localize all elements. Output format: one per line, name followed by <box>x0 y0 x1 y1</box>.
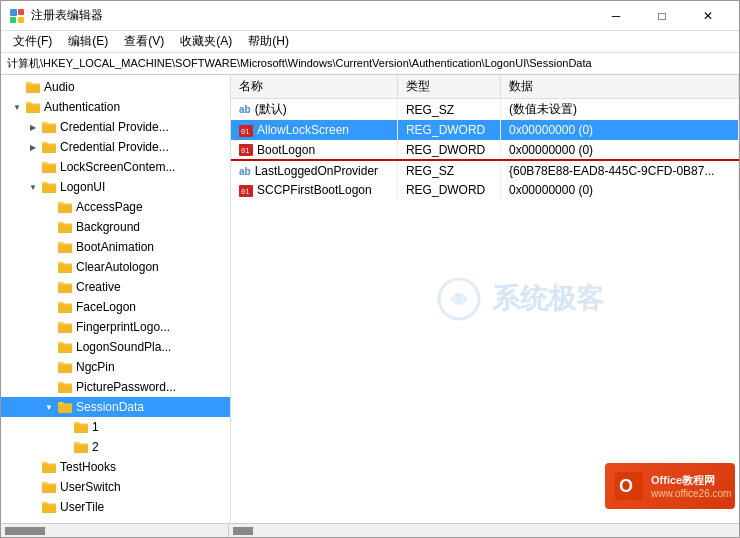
reg-sz-icon: ab <box>239 104 251 115</box>
tree-panel-wrapper: Audio ▼ Authentication ▶ <box>1 75 231 523</box>
tree-item-logonui[interactable]: ▼ LogonUI <box>1 177 230 197</box>
tree-item-userswitch[interactable]: UserSwitch <box>1 477 230 497</box>
table-row[interactable]: 01 SCCPFirstBootLogon REG_DWORD 0x000000… <box>231 180 739 200</box>
tree-item-creative[interactable]: Creative <box>1 277 230 297</box>
svg-text:O: O <box>619 476 633 496</box>
tree-label-userswitch: UserSwitch <box>60 480 121 494</box>
tree-label-background: Background <box>76 220 140 234</box>
tree-panel[interactable]: Audio ▼ Authentication ▶ <box>1 75 231 519</box>
tree-item-sd1[interactable]: 1 <box>1 417 230 437</box>
tree-label-credential1: Credential Provide... <box>60 120 169 134</box>
tree-item-audio[interactable]: Audio <box>1 77 230 97</box>
svg-rect-0 <box>10 9 17 16</box>
expander-credential2[interactable]: ▶ <box>25 143 41 152</box>
table-header-row: 名称 类型 数据 <box>231 75 739 99</box>
menu-help[interactable]: 帮助(H) <box>240 31 297 52</box>
tree-label-testhooks: TestHooks <box>60 460 116 474</box>
tree-label-authentication: Authentication <box>44 100 120 114</box>
cell-data: (数值未设置) <box>501 99 739 121</box>
col-type[interactable]: 类型 <box>397 75 500 99</box>
reg-dword-icon: 01 <box>239 125 253 137</box>
folder-icon-usertile <box>41 500 57 514</box>
tree-item-logonsound[interactable]: LogonSoundPla... <box>1 337 230 357</box>
col-name[interactable]: 名称 <box>231 75 397 99</box>
col-data[interactable]: 数据 <box>501 75 739 99</box>
tree-item-sessiondata[interactable]: ▼ SessionData <box>1 397 230 417</box>
tree-item-authentication[interactable]: ▼ Authentication <box>1 97 230 117</box>
table-row[interactable]: abLastLoggedOnProvider REG_SZ {60B78E88-… <box>231 160 739 180</box>
svg-rect-2 <box>10 17 16 23</box>
tree-item-bootanim[interactable]: BootAnimation <box>1 237 230 257</box>
tree-item-sd2[interactable]: 2 <box>1 437 230 457</box>
expander-authentication[interactable]: ▼ <box>9 103 25 112</box>
tree-item-ngcpin[interactable]: NgcPin <box>1 357 230 377</box>
cell-data: 0x00000000 (0) <box>501 180 739 200</box>
cell-name: 01 SCCPFirstBootLogon <box>231 180 397 200</box>
tree-item-credential2[interactable]: ▶ Credential Provide... <box>1 137 230 157</box>
tree-label-credential2: Credential Provide... <box>60 140 169 154</box>
title-bar: 注册表编辑器 ─ □ ✕ <box>1 1 739 31</box>
table-row[interactable]: 01 BootLogon REG_DWORD 0x00000000 (0) <box>231 140 739 160</box>
reg-dword-icon2: 01 <box>239 144 253 156</box>
menu-bar: 文件(F) 编辑(E) 查看(V) 收藏夹(A) 帮助(H) <box>1 31 739 53</box>
tree-item-testhooks[interactable]: TestHooks <box>1 457 230 477</box>
menu-edit[interactable]: 编辑(E) <box>60 31 116 52</box>
window-title: 注册表编辑器 <box>31 7 593 24</box>
svg-rect-3 <box>18 17 24 23</box>
tree-item-clearauto[interactable]: ClearAutologon <box>1 257 230 277</box>
folder-icon-credential1 <box>41 120 57 134</box>
folder-icon-fingerprint <box>57 320 73 334</box>
main-content: Audio ▼ Authentication ▶ <box>1 75 739 523</box>
tree-label-logonsound: LogonSoundPla... <box>76 340 171 354</box>
menu-view[interactable]: 查看(V) <box>116 31 172 52</box>
folder-icon-bootanim <box>57 240 73 254</box>
tree-label-accesspage: AccessPage <box>76 200 143 214</box>
close-button[interactable]: ✕ <box>685 1 731 31</box>
expander-credential1[interactable]: ▶ <box>25 123 41 132</box>
office-line2: www.office26.com <box>651 488 731 499</box>
address-bar: 计算机\HKEY_LOCAL_MACHINE\SOFTWARE\Microsof… <box>1 53 739 75</box>
cell-type: REG_DWORD <box>397 140 500 160</box>
minimize-button[interactable]: ─ <box>593 1 639 31</box>
menu-favorites[interactable]: 收藏夹(A) <box>172 31 240 52</box>
cell-name: 01 AllowLockScreen <box>231 120 397 140</box>
folder-icon-background <box>57 220 73 234</box>
data-hscroll[interactable] <box>233 527 253 535</box>
office-icon: O <box>613 470 645 502</box>
folder-icon-clearauto <box>57 260 73 274</box>
tree-item-usertile[interactable]: UserTile <box>1 497 230 517</box>
cell-type: REG_SZ <box>397 160 500 180</box>
address-text: 计算机\HKEY_LOCAL_MACHINE\SOFTWARE\Microsof… <box>7 56 592 71</box>
folder-icon-testhooks <box>41 460 57 474</box>
tree-item-fingerprint[interactable]: FingerprintLogo... <box>1 317 230 337</box>
tree-item-accesspage[interactable]: AccessPage <box>1 197 230 217</box>
tree-item-credential1[interactable]: ▶ Credential Provide... <box>1 117 230 137</box>
cell-name: 01 BootLogon <box>231 140 397 160</box>
tree-hscroll[interactable] <box>5 527 45 535</box>
tree-label-usertile: UserTile <box>60 500 104 514</box>
expander-sessiondata[interactable]: ▼ <box>41 403 57 412</box>
folder-icon-sessiondata <box>57 400 73 414</box>
tree-label-sd2: 2 <box>92 440 99 454</box>
registry-table: 名称 类型 数据 ab(默认) REG_SZ (数值未设置) <box>231 75 739 200</box>
data-panel: 名称 类型 数据 ab(默认) REG_SZ (数值未设置) <box>231 75 739 523</box>
table-row[interactable]: 01 AllowLockScreen REG_DWORD 0x00000000 … <box>231 120 739 140</box>
registry-editor-window: 注册表编辑器 ─ □ ✕ 文件(F) 编辑(E) 查看(V) 收藏夹(A) 帮助… <box>0 0 740 538</box>
tree-item-background[interactable]: Background <box>1 217 230 237</box>
table-row[interactable]: ab(默认) REG_SZ (数值未设置) <box>231 99 739 121</box>
menu-file[interactable]: 文件(F) <box>5 31 60 52</box>
svg-point-10 <box>439 279 479 319</box>
app-icon <box>9 8 25 24</box>
office-badge-text: Office教程网 www.office26.com <box>651 473 731 499</box>
tree-item-lockscreen[interactable]: LockScreenContem... <box>1 157 230 177</box>
cell-type: REG_SZ <box>397 99 500 121</box>
tree-item-picturepwd[interactable]: PicturePassword... <box>1 377 230 397</box>
maximize-button[interactable]: □ <box>639 1 685 31</box>
expander-logonui[interactable]: ▼ <box>25 183 41 192</box>
tree-label-fingerprint: FingerprintLogo... <box>76 320 170 334</box>
folder-icon-lockscreen <box>41 160 57 174</box>
folder-icon-sd1 <box>73 420 89 434</box>
tree-label-picturepwd: PicturePassword... <box>76 380 176 394</box>
cell-data: {60B78E88-EAD8-445C-9CFD-0B87... <box>501 160 739 180</box>
tree-item-facelogon[interactable]: FaceLogon <box>1 297 230 317</box>
